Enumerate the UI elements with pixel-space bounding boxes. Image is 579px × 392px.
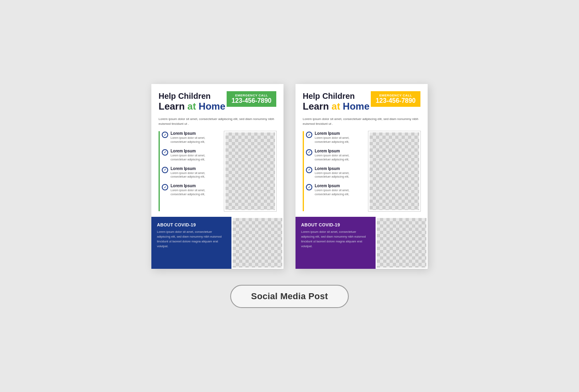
card-2-at: at	[332, 101, 340, 112]
feature-text: Lorem Ipsum Lorem ipsum dolor sit amet, …	[315, 166, 364, 179]
card-1-emergency-label: EMERGENCY CALL	[231, 94, 271, 97]
card-1-title-line2: Learn at Home	[159, 101, 227, 112]
card-2-about-title: ABOUT COVID-19	[301, 222, 370, 227]
feature-desc: Lorem ipsum dolor sit amet, consectetuer…	[315, 154, 364, 162]
feature-title: Lorem Ipsum	[315, 149, 364, 153]
check-icon	[162, 132, 168, 138]
check-icon	[306, 149, 312, 156]
card-1-about-text: Lorem ipsum dolor sit amet, consectetuer…	[157, 230, 226, 249]
card-2-learn: Learn	[303, 101, 332, 112]
card-1-emergency-number: 123-456-7890	[231, 97, 271, 104]
card-1-bottom-image	[231, 217, 283, 269]
card-2-image-placeholder	[368, 131, 420, 211]
card-1-title-block: Help Children Learn at Home	[159, 91, 227, 112]
check-icon	[162, 149, 168, 156]
card-1: Help Children Learn at Home EMERGENCY CA…	[151, 84, 283, 269]
card-2-description: Lorem ipsum dolor sit amet, consectetuer…	[296, 117, 428, 131]
feature-item: Lorem Ipsum Lorem ipsum dolor sit amet, …	[303, 166, 364, 179]
card-1-emergency-box: EMERGENCY CALL 123-456-7890	[227, 91, 276, 107]
card-2-accent-bar	[303, 131, 304, 211]
feature-item: Lorem Ipsum Lorem ipsum dolor sit amet, …	[303, 131, 364, 144]
feature-desc: Lorem ipsum dolor sit amet, consectetuer…	[315, 188, 364, 196]
card-1-header: Help Children Learn at Home EMERGENCY CA…	[151, 84, 283, 117]
feature-text: Lorem Ipsum Lorem ipsum dolor sit amet, …	[171, 184, 219, 196]
feature-text: Lorem Ipsum Lorem ipsum dolor sit amet, …	[315, 131, 364, 144]
check-icon	[306, 167, 312, 173]
card-2: Help Children Learn at Home EMERGENCY CA…	[296, 84, 428, 269]
feature-title: Lorem Ipsum	[171, 184, 219, 188]
feature-text: Lorem Ipsum Lorem ipsum dolor sit amet, …	[171, 149, 219, 162]
feature-text: Lorem Ipsum Lorem ipsum dolor sit amet, …	[171, 131, 219, 144]
card-2-header: Help Children Learn at Home EMERGENCY CA…	[296, 84, 428, 117]
card-1-about-section: ABOUT COVID-19 Lorem ipsum dolor sit ame…	[151, 217, 231, 269]
check-icon	[162, 184, 168, 190]
feature-title: Lorem Ipsum	[171, 131, 219, 136]
card-1-about-title: ABOUT COVID-19	[157, 222, 226, 227]
card-1-description: Lorem ipsum dolor sit amet, consectetuer…	[151, 117, 283, 131]
card-2-emergency-box: EMERGENCY CALL 123-456-7890	[371, 91, 420, 107]
feature-item: Lorem Ipsum Lorem ipsum dolor sit amet, …	[159, 166, 219, 179]
card-2-home: Home	[340, 101, 369, 112]
card-2-bottom-image	[376, 217, 428, 269]
check-icon	[306, 184, 312, 190]
feature-desc: Lorem ipsum dolor sit amet, consectetuer…	[171, 154, 219, 162]
feature-item: Lorem Ipsum Lorem ipsum dolor sit amet, …	[159, 184, 219, 196]
card-2-emergency-label: EMERGENCY CALL	[376, 94, 416, 97]
feature-text: Lorem Ipsum Lorem ipsum dolor sit amet, …	[315, 184, 364, 196]
card-1-learn: Learn	[159, 101, 187, 112]
feature-desc: Lorem ipsum dolor sit amet, consectetuer…	[171, 188, 219, 196]
feature-text: Lorem Ipsum Lorem ipsum dolor sit amet, …	[171, 166, 219, 179]
feature-desc: Lorem ipsum dolor sit amet, consectetuer…	[171, 171, 219, 179]
card-2-middle: Lorem Ipsum Lorem ipsum dolor sit amet, …	[296, 131, 428, 211]
feature-item: Lorem Ipsum Lorem ipsum dolor sit amet, …	[303, 149, 364, 162]
feature-desc: Lorem ipsum dolor sit amet, consectetuer…	[171, 136, 219, 144]
check-icon	[162, 167, 168, 173]
feature-title: Lorem Ipsum	[171, 166, 219, 171]
feature-title: Lorem Ipsum	[315, 166, 364, 171]
feature-desc: Lorem ipsum dolor sit amet, consectetuer…	[315, 171, 364, 179]
feature-title: Lorem Ipsum	[315, 131, 364, 136]
card-1-title-line1: Help Children	[159, 91, 227, 101]
card-1-features-list: Lorem Ipsum Lorem ipsum dolor sit amet, …	[159, 131, 219, 211]
feature-item: Lorem Ipsum Lorem ipsum dolor sit amet, …	[159, 131, 219, 144]
card-1-bottom: ABOUT COVID-19 Lorem ipsum dolor sit ame…	[151, 217, 283, 269]
feature-item: Lorem Ipsum Lorem ipsum dolor sit amet, …	[303, 184, 364, 196]
card-2-about-text: Lorem ipsum dolor sit amet, consectetuer…	[301, 230, 370, 249]
card-2-about-section: ABOUT COVID-19 Lorem ipsum dolor sit ame…	[296, 217, 376, 269]
card-2-bottom: ABOUT COVID-19 Lorem ipsum dolor sit ame…	[296, 217, 428, 269]
card-1-at: at	[187, 101, 196, 112]
feature-item: Lorem Ipsum Lorem ipsum dolor sit amet, …	[159, 149, 219, 162]
social-media-label: Social Media Post	[230, 285, 349, 308]
card-1-middle: Lorem Ipsum Lorem ipsum dolor sit amet, …	[151, 131, 283, 211]
check-icon	[306, 132, 312, 138]
card-1-accent-bar	[159, 131, 160, 211]
card-2-emergency-number: 123-456-7890	[376, 97, 416, 104]
card-2-title-line1: Help Children	[303, 91, 371, 101]
card-1-home: Home	[196, 101, 225, 112]
card-2-title-block: Help Children Learn at Home	[303, 91, 371, 112]
card-2-title-line2: Learn at Home	[303, 101, 371, 112]
cards-wrapper: Help Children Learn at Home EMERGENCY CA…	[151, 84, 428, 269]
feature-desc: Lorem ipsum dolor sit amet, consectetuer…	[315, 136, 364, 144]
card-1-image-placeholder	[224, 131, 276, 211]
card-2-features-list: Lorem Ipsum Lorem ipsum dolor sit amet, …	[303, 131, 364, 211]
feature-title: Lorem Ipsum	[315, 184, 364, 188]
feature-text: Lorem Ipsum Lorem ipsum dolor sit amet, …	[315, 149, 364, 162]
feature-title: Lorem Ipsum	[171, 149, 219, 153]
